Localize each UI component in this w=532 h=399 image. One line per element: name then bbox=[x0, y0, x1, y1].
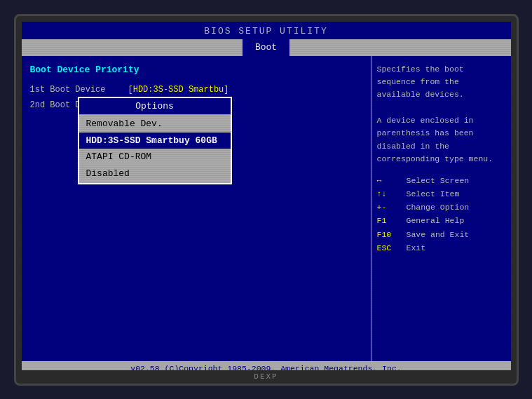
key-desc-screen: Select Screen bbox=[407, 175, 470, 187]
title-text: BIOS SETUP UTILITY bbox=[204, 26, 327, 36]
bios-screen: BIOS SETUP UTILITY Boot Boot Device Prio… bbox=[22, 22, 511, 370]
key-row-esc: ESC Exit bbox=[377, 242, 504, 254]
key-desc-f1: General Help bbox=[407, 215, 465, 226]
key-f1: F1 bbox=[377, 215, 402, 226]
left-panel: Boot Device Priority 1st Boot Device [HD… bbox=[22, 56, 371, 361]
option-cdrom[interactable]: ATAPI CD-ROM bbox=[79, 149, 231, 165]
tab-boot[interactable]: Boot bbox=[243, 39, 289, 56]
key-desc-esc: Exit bbox=[407, 242, 426, 254]
monitor-brand: DEXP bbox=[254, 372, 278, 381]
key-row-option: +- Change Option bbox=[377, 201, 504, 213]
tab-bar: Boot bbox=[22, 39, 511, 56]
boot-item-1st: 1st Boot Device [HDD:3S-SSD Smartbu] bbox=[30, 83, 362, 96]
key-desc-item: Select Item bbox=[407, 188, 460, 200]
key-row-f10: F10 Save and Exit bbox=[377, 229, 504, 241]
status-bar: v02.58 (C)Copyright 1985-2009, American … bbox=[22, 361, 511, 370]
key-desc-f10: Save and Exit bbox=[407, 229, 470, 241]
section-title: Boot Device Priority bbox=[30, 63, 362, 77]
key-legend: ↔ Select Screen ↑↓ Select Item +- Change… bbox=[377, 175, 504, 255]
key-row-screen: ↔ Select Screen bbox=[377, 175, 504, 187]
right-panel: Specifies the boot sequence from the ava… bbox=[371, 56, 511, 361]
options-title: Options bbox=[79, 98, 231, 115]
boot-label-1st: 1st Boot Device bbox=[30, 83, 128, 96]
options-list: Removable Dev. HDD:3S-SSD Smartbuy 60GB … bbox=[79, 114, 231, 183]
key-row-item: ↑↓ Select Item bbox=[377, 188, 504, 200]
help-text: Specifies the boot sequence from the ava… bbox=[377, 63, 504, 166]
key-row-f1: F1 General Help bbox=[377, 215, 504, 226]
key-plusminus: +- bbox=[377, 201, 402, 213]
option-disabled[interactable]: Disabled bbox=[79, 165, 231, 182]
options-popup: Options Removable Dev. HDD:3S-SSD Smartb… bbox=[78, 97, 232, 185]
boot-value-1st[interactable]: [HDD:3S-SSD Smartbu] bbox=[128, 83, 229, 96]
bios-title: BIOS SETUP UTILITY bbox=[22, 22, 511, 40]
key-esc: ESC bbox=[377, 242, 402, 254]
option-hdd[interactable]: HDD:3S-SSD Smartbuy 60GB bbox=[79, 133, 231, 149]
key-f10: F10 bbox=[377, 229, 402, 241]
main-content: Boot Device Priority 1st Boot Device [HD… bbox=[22, 56, 511, 361]
monitor: BIOS SETUP UTILITY Boot Boot Device Prio… bbox=[14, 14, 519, 386]
option-removable[interactable]: Removable Dev. bbox=[79, 116, 231, 133]
key-desc-option: Change Option bbox=[407, 201, 470, 213]
key-arrows-lr: ↔ bbox=[377, 175, 402, 187]
key-arrows-ud: ↑↓ bbox=[377, 188, 402, 200]
